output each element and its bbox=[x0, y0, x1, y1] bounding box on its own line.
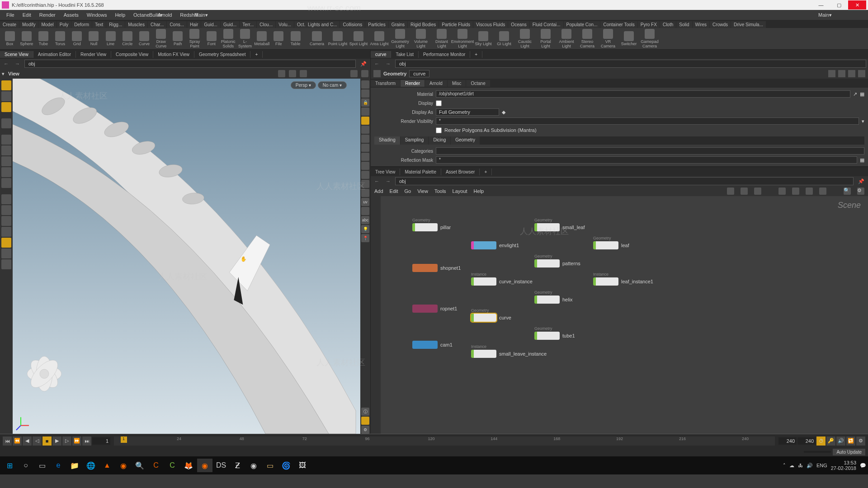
shelf-tab[interactable]: Lights and C... bbox=[305, 21, 340, 28]
network-node[interactable]: Instancecurve_instance bbox=[471, 277, 533, 286]
path-field[interactable]: obj bbox=[395, 60, 866, 68]
shelf-button[interactable]: Environment Light bbox=[453, 29, 472, 48]
lightbulb-icon[interactable]: 💡 bbox=[361, 225, 369, 233]
shelf-tab[interactable]: Create bbox=[0, 21, 19, 28]
network-node[interactable]: ropnet1 bbox=[412, 305, 457, 313]
shelf-button[interactable]: Sphere bbox=[19, 31, 34, 46]
shelf-button[interactable]: Torus bbox=[52, 31, 68, 46]
shelf-tab[interactable]: Model bbox=[38, 21, 56, 28]
shelf-tab[interactable]: Container Tools bbox=[600, 21, 637, 28]
chooser-icon[interactable]: ▦ bbox=[860, 91, 864, 97]
shelf-button[interactable]: Distant Light bbox=[432, 29, 452, 48]
tab-take-list[interactable]: Take List bbox=[391, 51, 418, 58]
net-menu-go[interactable]: Go bbox=[405, 188, 411, 194]
param-tab-render[interactable]: Render bbox=[401, 80, 425, 87]
node-body[interactable] bbox=[593, 241, 618, 249]
node-body[interactable] bbox=[412, 264, 438, 272]
shelf-tab[interactable]: Pyro FX bbox=[638, 21, 660, 28]
radial-menu-selector[interactable]: Main▾ bbox=[818, 12, 863, 18]
arrow-tool-icon[interactable] bbox=[1, 118, 11, 128]
app-c-icon[interactable]: C bbox=[148, 459, 164, 472]
shelf-button[interactable]: Point Light bbox=[328, 31, 348, 46]
net-tool-icon[interactable] bbox=[727, 188, 734, 195]
node-body[interactable] bbox=[412, 223, 438, 231]
network-node[interactable]: Geometryhelix bbox=[534, 296, 573, 304]
menu-file[interactable]: File bbox=[3, 11, 18, 19]
shelf-button[interactable]: Tube bbox=[35, 31, 51, 46]
shelf-button[interactable]: Platonic Solids bbox=[220, 29, 236, 48]
layout-selector[interactable]: Main▾ bbox=[194, 12, 208, 18]
node-body[interactable] bbox=[534, 259, 560, 267]
nav-forward-icon[interactable]: → bbox=[384, 61, 392, 66]
material-field[interactable]: /obj/shopnet1/dirt bbox=[436, 90, 850, 98]
shelf-tab[interactable]: Volu... bbox=[276, 21, 294, 28]
tab-add[interactable]: + bbox=[470, 51, 482, 58]
net-gear-icon[interactable]: ⚙ bbox=[857, 188, 864, 195]
network-node[interactable]: Instanceleaf_instance1 bbox=[593, 277, 653, 286]
find-icon[interactable] bbox=[838, 70, 845, 77]
daz-icon[interactable]: DS bbox=[213, 459, 229, 472]
tab-render-view[interactable]: Render View bbox=[76, 51, 111, 58]
shelf-tab[interactable]: Text bbox=[92, 21, 106, 28]
start-button[interactable]: ⊞ bbox=[2, 459, 17, 472]
tray-chevron-icon[interactable]: ˄ bbox=[783, 463, 786, 469]
step-back-icon[interactable]: ◀ bbox=[23, 436, 32, 446]
menu-render[interactable]: Render bbox=[36, 11, 59, 19]
nav-back-icon[interactable]: ← bbox=[2, 61, 10, 66]
shelf-button[interactable]: Camera bbox=[307, 31, 327, 46]
shelf-button[interactable]: Circle bbox=[119, 31, 135, 46]
tab-composite-view[interactable]: Composite View bbox=[111, 51, 153, 58]
shadow-icon[interactable] bbox=[361, 180, 369, 188]
network-node[interactable]: cam1 bbox=[412, 341, 453, 349]
explorer-icon[interactable]: 📁 bbox=[67, 459, 82, 472]
bones-tool-icon[interactable] bbox=[1, 178, 11, 188]
snap-curve-icon[interactable] bbox=[1, 205, 11, 215]
snap-edge-icon[interactable] bbox=[289, 70, 296, 77]
node-body[interactable] bbox=[471, 241, 496, 249]
shelf-button[interactable]: Draw Curve bbox=[153, 29, 169, 48]
shelf-tab[interactable]: Cons... bbox=[167, 21, 187, 28]
viewport-persp-pill[interactable]: Persp ▾ bbox=[291, 81, 316, 89]
nav-back-icon[interactable]: ← bbox=[373, 178, 381, 184]
goto-start-icon[interactable]: ⏮ bbox=[3, 436, 12, 446]
info-icon[interactable] bbox=[848, 70, 855, 77]
edge-icon[interactable]: e bbox=[51, 459, 66, 472]
subtab-sampling[interactable]: Sampling bbox=[401, 136, 429, 145]
shelf-tab[interactable]: Rigg... bbox=[106, 21, 125, 28]
viewport-3d[interactable]: ✋ Persp ▾ No cam ▾ bbox=[13, 79, 360, 434]
cortana-icon[interactable]: ○ bbox=[18, 459, 33, 472]
tray-cloud-icon[interactable]: ☁ bbox=[789, 463, 794, 469]
rotate-tool-icon[interactable] bbox=[1, 145, 11, 155]
construction-plane-icon[interactable] bbox=[1, 238, 11, 248]
points-toggle-icon[interactable] bbox=[361, 126, 369, 134]
tab-add[interactable]: + bbox=[250, 51, 263, 58]
display-opts-icon[interactable] bbox=[361, 417, 369, 425]
node-body[interactable] bbox=[534, 223, 560, 231]
snap-grid-icon[interactable] bbox=[300, 70, 307, 77]
settings-icon[interactable]: ⚙ bbox=[856, 436, 865, 446]
shelf-tab[interactable]: Char... bbox=[148, 21, 166, 28]
param-name[interactable]: curve bbox=[409, 70, 429, 77]
menu-help[interactable]: Help bbox=[111, 11, 129, 19]
shelf-button[interactable]: Portal Light bbox=[536, 29, 556, 48]
shelf-button[interactable]: Gamepad Camera bbox=[640, 29, 660, 48]
network-node[interactable]: Geometrypillar bbox=[412, 223, 451, 231]
bg-toggle-icon[interactable] bbox=[361, 117, 369, 125]
net-menu-layout[interactable]: Layout bbox=[453, 188, 467, 194]
tray-volume-icon[interactable]: 🔊 bbox=[807, 463, 813, 469]
xray-toggle-icon[interactable] bbox=[361, 162, 369, 170]
shelf-button[interactable]: Caustic Light bbox=[515, 29, 535, 48]
tray-lan-icon[interactable]: 🖧 bbox=[798, 463, 803, 468]
tab-add[interactable]: + bbox=[480, 169, 492, 175]
shelf-button[interactable]: Line bbox=[103, 31, 118, 46]
end-frame[interactable]: 240 bbox=[778, 437, 797, 445]
nav-forward-icon[interactable]: → bbox=[13, 61, 22, 66]
play-forward-icon[interactable]: ▶ bbox=[52, 436, 61, 446]
viewport-menu-icon[interactable]: ▾ bbox=[2, 71, 5, 77]
shelf-tab[interactable]: Guid... bbox=[201, 21, 220, 28]
rendervis-field[interactable]: * bbox=[436, 117, 859, 125]
abc-icon[interactable]: abc bbox=[361, 216, 369, 224]
shelf-button[interactable]: Sky Light bbox=[473, 31, 493, 46]
scale-tool-icon[interactable] bbox=[1, 156, 11, 166]
viewport[interactable]: ✋ Persp ▾ No cam ▾ 🔒 bbox=[0, 79, 370, 434]
